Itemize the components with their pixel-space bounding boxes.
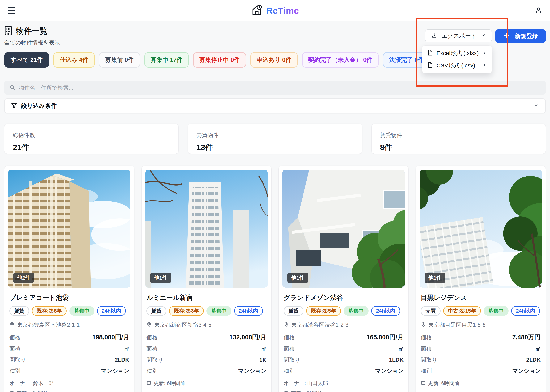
spec-value: 7,480万円 xyxy=(512,333,541,342)
export-menu-item[interactable]: CSV形式 (.csv) xyxy=(422,59,492,71)
property-badge: 募集中 xyxy=(69,306,94,316)
property-updated: 更新: 6時間前 xyxy=(428,380,459,387)
spec-label: 種別 xyxy=(421,367,432,375)
status-filter-pill[interactable]: 募集前 0件 xyxy=(99,52,140,68)
spec-value: ㎡ xyxy=(124,345,129,353)
property-photo: 他2件 xyxy=(8,170,130,288)
spec-label: 面積 xyxy=(9,345,21,353)
property-badge: 賃貸 xyxy=(9,306,29,316)
status-filter-pill[interactable]: 契約完了（未入金） 0件 xyxy=(302,52,379,68)
spec-value: 1LDK xyxy=(389,357,404,363)
property-specs: 価格 165,000円/月 面積 ㎡ 間取り 1LDK 種別 マンション xyxy=(282,333,405,375)
pill-label: 契約完了（未入金） 0件 xyxy=(308,56,372,64)
status-filter-pill[interactable]: 仕込み 4件 xyxy=(53,52,95,68)
property-badge: 賃貸 xyxy=(284,306,303,316)
property-badge: 賃貸 xyxy=(146,306,166,316)
spec-value: マンション xyxy=(101,367,129,375)
spec-row: 面積 ㎡ xyxy=(9,345,129,353)
spec-label: 面積 xyxy=(421,345,432,353)
property-list-page: ReTime xyxy=(0,0,550,392)
property-card[interactable]: 他2件 プレミアコート池袋 賃貸既存:築8年募集中24h以内 東京都豊島区南池袋… xyxy=(4,166,135,392)
spec-row: 面積 ㎡ xyxy=(146,345,266,353)
spec-row: 間取り 1LDK xyxy=(284,356,404,364)
hamburger-menu-button[interactable] xyxy=(8,5,19,16)
spec-value: 165,000円/月 xyxy=(366,333,404,342)
calendar-icon xyxy=(284,391,289,392)
new-registration-label: 新規登録 xyxy=(515,32,538,40)
stat-label: 総物件数 xyxy=(13,132,170,139)
property-badge: 募集中 xyxy=(343,306,369,316)
map-pin-icon xyxy=(284,322,289,329)
status-filter-pill[interactable]: すべて 21件 xyxy=(4,52,49,68)
property-updated: 更新: 6時間前 xyxy=(17,390,48,392)
property-specs: 価格 7,480万円 面積 ㎡ 間取り 2LDK 種別 マンション xyxy=(420,333,542,375)
spec-row: 価格 198,000円/月 xyxy=(9,333,129,342)
calendar-icon xyxy=(9,391,14,392)
spec-row: 種別 マンション xyxy=(146,367,266,375)
property-updated: 更新: 6時間前 xyxy=(291,390,322,392)
property-card[interactable]: 他1件 目黒レジデンス 売買中古:築15年募集中24h以内 東京都目黒区目黒1-… xyxy=(415,166,546,392)
map-pin-icon xyxy=(146,322,152,329)
spec-label: 間取り xyxy=(146,356,163,364)
chevron-right-icon xyxy=(482,62,487,69)
spec-label: 面積 xyxy=(284,345,295,353)
pill-label: 決済完了 0件 xyxy=(389,56,424,64)
spec-row: 間取り 2LDK xyxy=(9,356,129,364)
property-name: プレミアコート池袋 xyxy=(8,293,130,302)
spec-value: 1K xyxy=(259,357,266,363)
spec-row: 種別 マンション xyxy=(9,367,129,375)
spec-label: 価格 xyxy=(421,334,432,341)
spec-label: 価格 xyxy=(284,334,295,341)
status-filter-pill[interactable]: 募集中 17件 xyxy=(144,52,189,68)
pill-label: 募集前 0件 xyxy=(105,56,134,64)
stat-card: 売買物件 13件 xyxy=(188,124,362,154)
property-updated: 更新: 6時間前 xyxy=(154,380,185,387)
export-menu: Excel形式 (.xlsx) CSV形式 (.csv) xyxy=(422,45,492,73)
top-bar: ReTime xyxy=(0,0,550,21)
brand-logo: ReTime xyxy=(251,4,299,17)
chevron-down-icon xyxy=(481,33,486,39)
calendar-icon xyxy=(146,380,151,386)
property-card-grid: 他2件 プレミアコート池袋 賃貸既存:築8年募集中24h以内 東京都豊島区南池袋… xyxy=(4,166,546,392)
page-head: 物件一覧 全ての物件情報を表示 エクスポート xyxy=(4,26,546,47)
filter-panel[interactable]: 絞り込み条件 xyxy=(4,98,546,113)
spec-row: 価格 132,000円/月 xyxy=(146,333,266,342)
spec-label: 価格 xyxy=(146,334,157,341)
property-card[interactable]: 他1件 グランドメゾン渋谷 賃貸既存:築5年募集中24h以内 東京都渋谷区渋谷1… xyxy=(279,166,409,392)
property-address: 東京都新宿区新宿3-4-5 xyxy=(154,321,211,329)
spec-value: マンション xyxy=(238,367,266,375)
page-subtitle: 全ての物件情報を表示 xyxy=(4,39,60,47)
property-badge: 24h以内 xyxy=(511,306,540,316)
property-badge: 24h以内 xyxy=(97,306,126,316)
status-filter-pill[interactable]: 申込あり 0件 xyxy=(250,52,298,68)
spec-value: 198,000円/月 xyxy=(92,333,129,342)
spec-value: ㎡ xyxy=(535,345,541,353)
user-account-button[interactable] xyxy=(535,7,542,15)
pill-label: すべて 21件 xyxy=(10,56,43,64)
spec-label: 種別 xyxy=(9,367,21,375)
spec-value: 132,000円/月 xyxy=(229,333,266,342)
search-input[interactable] xyxy=(19,85,541,91)
funnel-icon xyxy=(11,103,17,109)
status-filter-pill[interactable]: 募集停止中 0件 xyxy=(193,52,246,68)
export-button[interactable]: エクスポート xyxy=(425,29,492,42)
spec-row: 価格 7,480万円 xyxy=(421,333,541,342)
property-card[interactable]: 他1件 ルミエール新宿 賃貸既存:築3年募集中24h以内 東京都新宿区新宿3-4… xyxy=(141,166,271,392)
spec-label: 面積 xyxy=(146,345,157,353)
export-menu-item[interactable]: Excel形式 (.xlsx) xyxy=(422,47,492,59)
property-badge: 既存:築5年 xyxy=(306,306,341,316)
spec-value: ㎡ xyxy=(261,345,266,353)
spec-value: マンション xyxy=(375,367,404,375)
property-address: 東京都渋谷区渋谷1-2-3 xyxy=(291,321,349,329)
spec-row: 種別 マンション xyxy=(421,367,541,375)
calendar-icon xyxy=(421,380,426,386)
stat-value: 21件 xyxy=(13,142,170,153)
property-name: 目黒レジデンス xyxy=(420,293,542,302)
stats-row: 総物件数 21件 売買物件 13件 賃貸物件 8件 xyxy=(4,124,546,154)
pill-label: 募集中 17件 xyxy=(151,56,183,64)
property-badge: 募集中 xyxy=(484,306,508,316)
filter-panel-label: 絞り込み条件 xyxy=(21,102,529,110)
spec-row: 面積 ㎡ xyxy=(421,345,541,353)
new-registration-button[interactable]: 新規登録 xyxy=(495,29,546,43)
export-menu-item-label: Excel形式 (.xlsx) xyxy=(436,49,479,57)
